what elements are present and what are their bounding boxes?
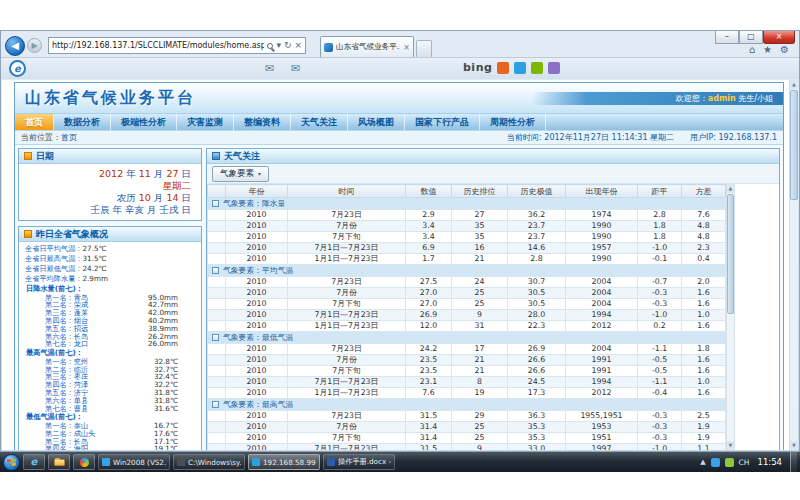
site-root: 山东省气候业务平台 欢迎您：admin 先生/小姐 首页数据分析极端性分析灾害监… <box>14 82 784 450</box>
taskbar-clock[interactable]: 11:54 <box>755 457 786 467</box>
table-row[interactable]: 20107月份27.02530.52004-0.31.6 <box>208 288 726 299</box>
minimize-button[interactable]: – <box>715 31 739 44</box>
expand-icon[interactable] <box>212 200 219 207</box>
taskbar: e Win2008 (VS2...C:\Windows\sy...192.168… <box>0 452 800 472</box>
table-row[interactable]: 20107月下旬23.52126.61991-0.51.6 <box>208 366 726 377</box>
start-button[interactable] <box>3 454 20 471</box>
table-row[interactable]: 20107月份23.52126.61991-0.51.6 <box>208 355 726 366</box>
table-row[interactable]: 20107月23日27.52430.72004-0.72.0 <box>208 277 726 288</box>
toolbar-app-icon[interactable] <box>531 62 543 74</box>
url-text: http://192.168.137.1/SLCCLIMATE/modules/… <box>52 41 264 50</box>
tab-close-icon[interactable]: × <box>403 43 410 52</box>
settings-gear-icon[interactable]: ⚙ <box>780 44 789 55</box>
taskbar-button[interactable]: C:\Windows\sy... <box>173 454 245 470</box>
expand-icon[interactable] <box>212 401 219 408</box>
back-button[interactable]: ◀ <box>5 36 25 56</box>
table-row[interactable]: 20101月1日—7月23日12.03122.320120.21.6 <box>208 321 726 332</box>
stat-line: 全省日最低气温：24.2℃ <box>23 264 198 274</box>
search-icon[interactable] <box>267 38 273 53</box>
explorer-folder-icon[interactable] <box>48 454 70 470</box>
table-row[interactable]: 20101月1日—7月23日1.7212.81990-0.10.4 <box>208 254 726 265</box>
tray-app-icon[interactable] <box>725 458 734 467</box>
media-player-icon[interactable] <box>73 454 95 470</box>
system-tray: ▲ CH 11:54 <box>700 457 785 467</box>
breadcrumb-page[interactable]: 首页 <box>61 133 77 142</box>
tray-expand-icon[interactable]: ▲ <box>700 458 705 466</box>
address-bar[interactable]: http://192.168.137.1/SLCCLIMATE/modules/… <box>48 37 306 54</box>
table-row[interactable]: 20107月份3.43523.719901.84.8 <box>208 221 726 232</box>
expand-icon[interactable] <box>212 267 219 274</box>
nav-item[interactable]: 灾害监测 <box>177 114 234 130</box>
send-mail-icon[interactable]: ✉ <box>291 62 300 75</box>
table-row[interactable]: 20107月23日24.21726.92004-1.11.8 <box>208 344 726 355</box>
mail-icon[interactable]: ✉ <box>265 62 274 75</box>
table-row[interactable]: 20107月1日—7月23日6.91614.61957-1.02.3 <box>208 243 726 254</box>
scroll-down-icon[interactable]: ▼ <box>790 441 798 450</box>
scroll-up-icon[interactable]: ▲ <box>727 184 734 193</box>
column-header: 历史极值 <box>508 185 566 198</box>
show-desktop-button[interactable] <box>790 452 797 472</box>
browser-tab[interactable]: 山东省气候业务平... × <box>320 36 414 57</box>
table-group-row[interactable]: 气象要素：平均气温 <box>208 265 726 277</box>
home-icon[interactable]: ⌂ <box>749 44 755 55</box>
element-filter-button[interactable]: 气象要素 ▾ <box>212 166 269 182</box>
nav-item[interactable]: 风场概图 <box>348 114 405 130</box>
expand-icon[interactable] <box>212 334 219 341</box>
nav-item[interactable]: 极端性分析 <box>111 114 177 130</box>
tray-network-icon[interactable] <box>711 458 720 467</box>
table-row[interactable]: 20107月份31.42535.31953-0.31.9 <box>208 422 726 433</box>
welcome-username: admin <box>708 94 736 103</box>
taskbar-button[interactable]: Win2008 (VS2... <box>98 454 170 470</box>
nav-item[interactable]: 数据分析 <box>54 114 111 130</box>
table-row[interactable]: 20107月1日—7月23日31.5933.01997-1.01.1 <box>208 444 726 451</box>
scroll-thumb[interactable] <box>790 90 798 200</box>
stat-line: 全省日最高气温：31.5℃ <box>23 254 198 264</box>
new-tab-button[interactable] <box>416 40 432 57</box>
refresh-icon[interactable]: ↻ <box>284 38 292 53</box>
table-row[interactable]: 20107月1日—7月23日23.1824.51994-1.11.0 <box>208 377 726 388</box>
table-row[interactable]: 20107月下旬31.42535.31951-0.31.9 <box>208 433 726 444</box>
weather-box-title: 昨日全省气象概况 <box>36 228 108 241</box>
table-group-row[interactable]: 气象要素：降水量 <box>208 198 726 210</box>
page-viewport: 山东省气候业务平台 欢迎您：admin 先生/小姐 首页数据分析极端性分析灾害监… <box>2 80 798 450</box>
table-row[interactable]: 20107月23日31.52936.31955,1951-0.32.5 <box>208 411 726 422</box>
close-button[interactable]: × <box>763 31 795 44</box>
taskbar-button[interactable]: 操作手册.docx -... <box>323 454 395 470</box>
site-info-bar: 当前位置：首页 当前时间: 2012年11月27日 11:14:31 星期二 用… <box>15 130 783 145</box>
stop-icon[interactable]: × <box>294 38 302 53</box>
taskbar-button[interactable]: 192.168.58.99... <box>248 454 320 470</box>
nav-item[interactable]: 首页 <box>15 114 54 130</box>
nav-item[interactable]: 整编资料 <box>234 114 291 130</box>
table-row[interactable]: 20107月1日—7月23日26.9928.01994-1.01.0 <box>208 310 726 321</box>
dropdown-icon[interactable]: ▾ <box>276 38 281 53</box>
table-scrollbar[interactable]: ▲ ▼ <box>726 184 735 450</box>
forward-button[interactable]: ▶ <box>27 38 42 53</box>
ie-taskbar-icon[interactable]: e <box>23 454 45 470</box>
nav-item[interactable]: 国家下行产品 <box>405 114 480 130</box>
table-group-row[interactable]: 气象要素：最高气温 <box>208 399 726 411</box>
scroll-thumb[interactable] <box>727 194 734 314</box>
date-line: 壬辰 年 辛亥 月 壬戌 日 <box>23 204 191 216</box>
site-nav: 首页数据分析极端性分析灾害监测整编资料天气关注风场概图国家下行产品周期性分析 <box>15 113 783 130</box>
table-row[interactable]: 20107月下旬3.43523.719901.84.8 <box>208 232 726 243</box>
toolbar-app-icon[interactable] <box>548 62 560 74</box>
table-row[interactable]: 20101月1日—7月23日7.61917.32012-0.41.6 <box>208 388 726 399</box>
window-controls: – □ × <box>715 31 795 44</box>
scroll-down-icon[interactable]: ▼ <box>727 441 734 450</box>
scroll-up-icon[interactable]: ▲ <box>790 80 798 89</box>
table-row[interactable]: 20107月23日2.92736.219742.87.6 <box>208 210 726 221</box>
column-header: 年份 <box>226 185 288 198</box>
stat-line: 全省平均降水量：2.9mm <box>23 274 198 284</box>
language-indicator[interactable]: CH <box>739 458 750 467</box>
table-row[interactable]: 20107月下旬27.02530.52004-0.31.6 <box>208 299 726 310</box>
user-ip: 用户IP: 192.168.137.1 <box>690 132 777 143</box>
page-scrollbar[interactable]: ▲ ▼ <box>789 80 798 450</box>
maximize-button[interactable]: □ <box>739 31 763 44</box>
table-group-row[interactable]: 气象要素：最低气温 <box>208 332 726 344</box>
favorites-star-icon[interactable]: ★ <box>763 44 772 55</box>
toolbar-app-icon[interactable] <box>514 62 526 74</box>
nav-item[interactable]: 周期性分析 <box>480 114 546 130</box>
app-icon <box>252 458 260 466</box>
toolbar-app-icon[interactable] <box>497 62 509 74</box>
nav-item[interactable]: 天气关注 <box>291 114 348 130</box>
